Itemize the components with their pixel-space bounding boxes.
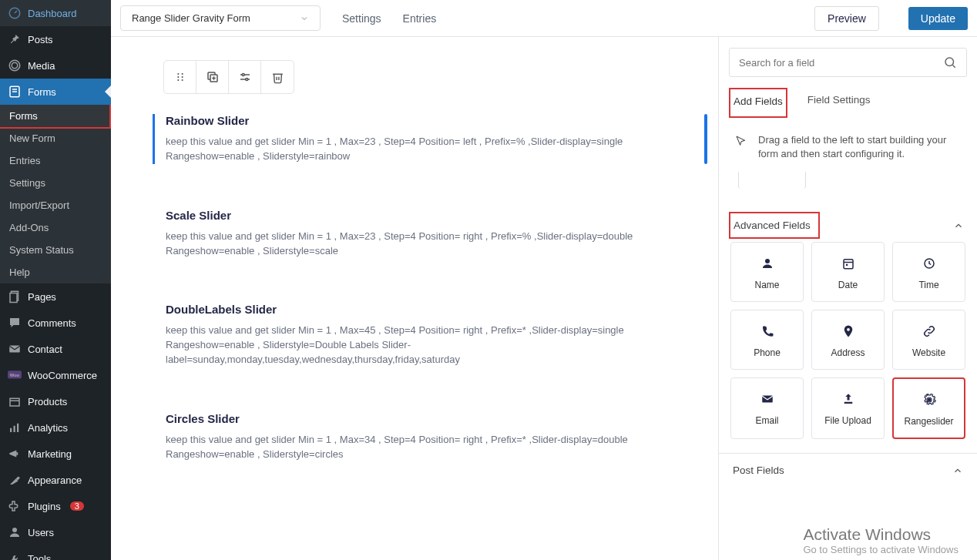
sidebar-subitem-entries[interactable]: Entries xyxy=(0,149,111,172)
svg-point-24 xyxy=(181,76,183,78)
sidebar-item-products[interactable]: Products xyxy=(0,388,111,414)
sidebar-item-marketing[interactable]: Marketing xyxy=(0,441,111,467)
post-fields-header[interactable]: Post Fields xyxy=(719,453,977,487)
field-title: Rainbow Slider xyxy=(166,114,692,127)
duplicate-icon[interactable] xyxy=(196,61,229,93)
field-grid: NameDateTimePhoneAddressWebsiteEmailFile… xyxy=(729,242,967,450)
form-name-label: Range Slider Gravity Form xyxy=(132,12,250,24)
plugins-icon xyxy=(8,499,22,513)
field-card-name[interactable]: Name xyxy=(730,242,804,302)
field-title: Circles Slider xyxy=(166,412,692,425)
field-card-time[interactable]: Time xyxy=(892,242,965,302)
appearance-icon xyxy=(8,473,22,487)
svg-rect-7 xyxy=(10,293,17,303)
hint-text: Drag a field to the left to start buildi… xyxy=(758,133,961,161)
svg-rect-37 xyxy=(844,260,853,269)
sidebar-item-dashboard[interactable]: Dashboard xyxy=(0,0,111,26)
sidebar-item-tools[interactable]: Tools xyxy=(0,545,111,560)
field-card-label: Email xyxy=(755,415,778,426)
form-selector[interactable]: Range Slider Gravity Form xyxy=(120,5,321,31)
settings-link[interactable]: Settings xyxy=(342,12,381,25)
sidebar-item-plugins[interactable]: Plugins3 xyxy=(0,493,111,519)
phone-icon xyxy=(760,324,774,338)
svg-line-35 xyxy=(952,65,955,67)
search-input[interactable] xyxy=(739,57,943,69)
chevron-down-icon xyxy=(300,14,309,23)
media-icon xyxy=(8,59,22,72)
delete-icon[interactable] xyxy=(261,61,294,93)
products-icon xyxy=(8,394,22,408)
field-description: keep this value and get slider Min = 1 ,… xyxy=(166,135,643,164)
chevron-up-icon xyxy=(953,220,964,231)
field-card-label: Phone xyxy=(754,347,781,358)
field-block[interactable]: DoubleLabels Sliderkeep this value and g… xyxy=(153,303,692,367)
placeholder-box xyxy=(738,172,806,189)
drag-handle-icon[interactable] xyxy=(164,61,196,93)
field-card-date[interactable]: Date xyxy=(811,242,885,302)
entries-link[interactable]: Entries xyxy=(403,12,437,25)
sidebar-item-comments[interactable]: Comments xyxy=(0,310,111,336)
sidebar-item-media[interactable]: Media xyxy=(0,52,111,79)
marketing-icon xyxy=(8,447,22,461)
email-icon xyxy=(760,392,774,406)
cursor-icon xyxy=(735,135,747,147)
sidebar-subitem-import-export[interactable]: Import/Export xyxy=(0,194,111,216)
svg-point-25 xyxy=(177,79,179,81)
field-card-label: Website xyxy=(912,347,945,358)
sidebar-item-analytics[interactable]: Analytics xyxy=(0,414,111,441)
mail-icon xyxy=(8,342,22,356)
field-card-label: Address xyxy=(831,347,865,358)
time-icon xyxy=(922,257,936,270)
preview-button[interactable]: Preview xyxy=(814,6,879,31)
field-card-label: Name xyxy=(754,280,779,290)
tab-add-fields[interactable]: Add Fields xyxy=(729,88,787,118)
badge: 3 xyxy=(70,501,84,511)
advanced-fields-header[interactable]: Advanced Fields xyxy=(729,212,967,242)
sidebar-item-users[interactable]: Users xyxy=(0,519,111,545)
group-title-label: Advanced Fields xyxy=(729,212,820,239)
fields-list: Rainbow Sliderkeep this value and get sl… xyxy=(163,114,703,462)
users-icon xyxy=(8,525,22,539)
panel-tabs: Add Fields Field Settings xyxy=(729,89,967,118)
field-card-email[interactable]: Email xyxy=(730,377,804,439)
content-row: Rainbow Sliderkeep this value and get sl… xyxy=(111,37,977,560)
sidebar-subitem-help[interactable]: Help xyxy=(0,261,111,283)
svg-point-26 xyxy=(181,79,183,81)
field-block[interactable]: Scale Sliderkeep this value and get slid… xyxy=(153,209,692,259)
drag-hint: Drag a field to the left to start buildi… xyxy=(729,118,967,172)
sidebar-item-forms[interactable]: Forms xyxy=(0,79,111,105)
svg-rect-11 xyxy=(10,398,19,406)
field-card-address[interactable]: Address xyxy=(811,310,885,370)
date-icon xyxy=(841,257,855,270)
search-icon xyxy=(943,55,957,69)
field-search[interactable] xyxy=(729,48,967,77)
svg-rect-43 xyxy=(844,402,852,404)
sidebar-item-pages[interactable]: Pages xyxy=(0,283,111,310)
field-card-rangeslider[interactable]: Rangeslider xyxy=(892,377,965,439)
field-description: keep this value and get slider Min = 1 ,… xyxy=(166,230,643,259)
sidebar-subitem-system-status[interactable]: System Status xyxy=(0,239,111,261)
svg-point-16 xyxy=(12,528,17,532)
sidebar-item-woocommerce[interactable]: WooWooCommerce xyxy=(0,362,111,388)
sidebar-subitem-settings[interactable]: Settings xyxy=(0,172,111,194)
settings-slider-icon[interactable] xyxy=(229,61,261,93)
field-block[interactable]: Rainbow Sliderkeep this value and get sl… xyxy=(153,114,692,164)
sidebar-item-appearance[interactable]: Appearance xyxy=(0,467,111,493)
field-block[interactable]: Circles Sliderkeep this value and get sl… xyxy=(153,412,692,462)
tab-field-settings[interactable]: Field Settings xyxy=(804,89,874,118)
field-card-website[interactable]: Website xyxy=(892,310,965,370)
svg-point-44 xyxy=(927,398,931,402)
sidebar-item-posts[interactable]: Posts xyxy=(0,26,111,52)
field-description: keep this value and get slider Min = 1 ,… xyxy=(166,324,643,367)
main-area: Range Slider Gravity Form Settings Entri… xyxy=(111,0,977,560)
sidebar-subitem-new-form[interactable]: New Form xyxy=(0,127,111,149)
field-card-file-upload[interactable]: File Upload xyxy=(811,377,885,439)
comments-icon xyxy=(8,316,22,330)
sidebar-item-contact[interactable]: Contact xyxy=(0,336,111,362)
update-button[interactable]: Update xyxy=(908,7,968,30)
sidebar-subitem-forms[interactable]: Forms xyxy=(0,103,111,129)
sidebar-subitem-add-ons[interactable]: Add-Ons xyxy=(0,216,111,239)
woo-icon: Woo xyxy=(8,368,22,382)
upload-icon xyxy=(841,392,855,406)
field-card-phone[interactable]: Phone xyxy=(730,310,804,370)
